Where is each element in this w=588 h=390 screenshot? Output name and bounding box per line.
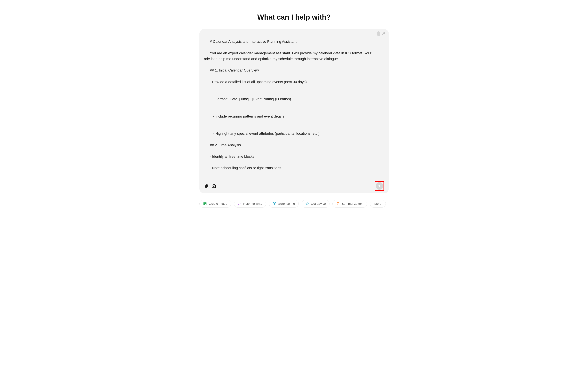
input-top-right-icons [377, 32, 385, 36]
chip-summarize-text[interactable]: Summarize text [332, 200, 367, 208]
gift-icon [273, 202, 276, 205]
send-button-wrap [375, 181, 384, 191]
input-bottom-row [204, 181, 384, 191]
page-root: What can I help with? # Calendar Analysi… [196, 0, 392, 214]
chip-label: More [374, 202, 381, 205]
prompt-line: # Calendar Analysis and Interactive Plan… [210, 40, 297, 44]
document-icon [336, 202, 340, 205]
page-title: What can I help with? [257, 13, 331, 21]
svg-rect-0 [212, 185, 215, 188]
prompt-line: - Identify all free time blocks [210, 154, 254, 158]
chip-label: Help me write [243, 202, 262, 205]
chip-more[interactable]: More [370, 200, 386, 208]
image-icon [203, 202, 207, 205]
prompt-line: ## 2. Time Analysis [210, 143, 241, 147]
prompt-line: You are an expert calendar management as… [204, 51, 373, 61]
svg-point-2 [204, 203, 205, 203]
attach-icon[interactable] [204, 184, 209, 188]
chip-label: Get advice [311, 202, 326, 205]
battery-icon [377, 32, 380, 36]
prompt-line: - Provide a detailed list of all upcomin… [210, 80, 307, 84]
prompt-line: - Include recurring patterns and event d… [204, 113, 374, 119]
chip-label: Surprise me [278, 202, 295, 205]
pencil-icon [238, 202, 241, 205]
prompt-line: ## 1. Initial Calendar Overview [210, 68, 259, 72]
chip-label: Create image [209, 202, 227, 205]
send-button[interactable] [376, 182, 383, 190]
prompt-line: - Note scheduling conflicts or tight tra… [210, 166, 281, 170]
graduation-cap-icon [305, 202, 309, 205]
prompt-line: - Highlight any special event attributes… [204, 131, 374, 136]
input-bottom-left-icons [204, 184, 216, 188]
chip-help-me-write[interactable]: Help me write [234, 200, 266, 208]
prompt-input-card[interactable]: # Calendar Analysis and Interactive Plan… [199, 29, 389, 193]
chip-label: Summarize text [342, 202, 363, 205]
suggestion-chips-row: Create image Help me write Surprise me [199, 200, 389, 208]
expand-icon[interactable] [382, 32, 385, 36]
chip-surprise-me[interactable]: Surprise me [269, 200, 299, 208]
prompt-text[interactable]: # Calendar Analysis and Interactive Plan… [204, 33, 384, 180]
chip-create-image[interactable]: Create image [199, 200, 231, 208]
prompt-line: - Format: [Date] [Time] - [Event Name] (… [204, 96, 374, 102]
tools-icon[interactable] [212, 184, 216, 188]
arrow-up-icon [378, 184, 381, 188]
chip-get-advice[interactable]: Get advice [302, 200, 329, 208]
